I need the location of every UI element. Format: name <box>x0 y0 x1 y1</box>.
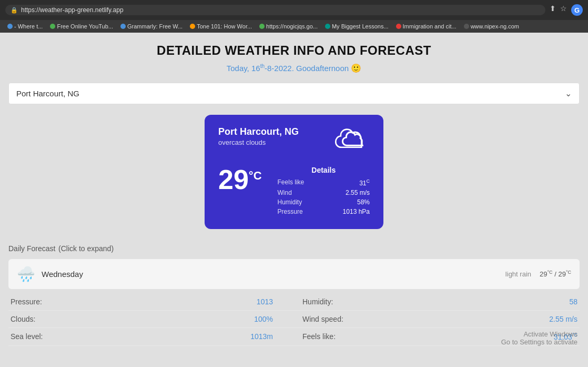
bookmark-favicon <box>325 24 330 29</box>
bookmark-label: www.nipex-ng.com <box>471 23 519 29</box>
location-text: Port Harcourt, NG <box>16 89 79 98</box>
bookmark-item-bm7[interactable]: Immigration and cit... <box>393 22 460 31</box>
details-panel: Details Feels like 31C Wind 2.55 m/s Hum… <box>278 166 370 217</box>
humidity-label: Humidity <box>278 199 302 206</box>
greeting-text: afternoon <box>316 64 349 73</box>
pressure-value: 1013 hPa <box>343 208 370 215</box>
bookmark-favicon <box>120 24 126 29</box>
feels-like-value: 31C <box>359 178 370 187</box>
forecast-title: Daily Forecast <box>8 244 55 253</box>
daily-forecast-section: Daily Forecast (Click to expand) 🌧️ Wedn… <box>8 242 580 289</box>
bookmark-label: My Biggest Lessons... <box>332 23 389 29</box>
forecast-subtext: (Click to expand) <box>58 244 114 253</box>
share-icon[interactable]: ⬆ <box>550 4 556 16</box>
bookmark-item-bm1[interactable]: - Where t... <box>4 22 46 31</box>
date-text: Today, 16th-8-2022. Goodafternoon 🙂 <box>227 64 362 73</box>
page-title: DETAILED WEATHER INFO AND FORECAST <box>8 43 580 58</box>
bookmark-item-bm5[interactable]: https://nogicjqs.go... <box>256 22 321 31</box>
address-bar[interactable]: 🔒 https://weather-app-green.netlify.app <box>5 5 545 15</box>
bookmark-favicon <box>259 24 265 29</box>
clouds-detail-label: Clouds: <box>11 315 35 323</box>
humidity-row: Humidity 58% <box>278 199 370 206</box>
forecast-day: Wednesday <box>42 270 83 279</box>
bookmark-label: - Where t... <box>14 23 43 29</box>
bookmark-item-bm8[interactable]: www.nipex-ng.com <box>461 22 522 31</box>
browser-actions: ⬆ ☆ G <box>550 4 583 16</box>
pressure-row: Pressure 1013 hPa <box>278 208 370 215</box>
clouds-detail-value: 100% <box>254 315 273 323</box>
temp-unit: °C <box>249 170 262 182</box>
wind-value: 2.55 m/s <box>346 189 370 196</box>
pressure-label: Pressure <box>278 208 303 215</box>
sea-level-label: Sea level: <box>11 332 43 341</box>
forecast-row-wednesday[interactable]: 🌧️ Wednesday light rain 29°C / 29°C <box>8 259 580 289</box>
temp-low: 29 <box>540 271 547 279</box>
card-condition: overcast clouds <box>218 138 299 146</box>
clouds-detail: Clouds: 100% <box>8 311 294 328</box>
browser-chrome: 🔒 https://weather-app-green.netlify.app … <box>0 0 588 20</box>
lock-icon: 🔒 <box>11 7 18 14</box>
wind-speed-detail: Wind speed: 2.55 m/s <box>294 311 580 328</box>
humidity-detail-value: 58 <box>569 297 577 306</box>
bookmark-label: Immigration and cit... <box>403 23 457 29</box>
date-greeting: Today, 16th-8-2022. Goodafternoon 🙂 <box>8 63 580 73</box>
bookmark-label: https://nogicjqs.go... <box>266 23 318 29</box>
wind-speed-value: 2.55 m/s <box>549 315 577 323</box>
wind-label: Wind <box>278 189 292 196</box>
temp-high: 29 <box>558 271 565 279</box>
forecast-temps: 29°C / 29°C <box>540 270 571 278</box>
weather-card: Port Harcourt, NG overcast clouds 29 °C … <box>205 115 383 229</box>
bookmark-label: Tone 101: How Wor... <box>197 23 252 29</box>
temp-value: 29 <box>218 166 249 193</box>
bookmark-label: Grammarly: Free W... <box>127 23 183 29</box>
pressure-detail: Pressure: 1013 <box>8 293 294 311</box>
humidity-detail: Humidity: 58 <box>294 293 580 311</box>
bookmark-item-bm6[interactable]: My Biggest Lessons... <box>322 22 392 31</box>
extra-details-grid: Pressure: 1013 Humidity: 58 Clouds: 100%… <box>8 293 580 346</box>
forecast-left: 🌧️ Wednesday <box>17 265 83 283</box>
wind-speed-label: Wind speed: <box>302 315 343 323</box>
humidity-value: 58% <box>357 199 370 206</box>
profile-icon[interactable]: G <box>571 4 583 16</box>
weather-card-bottom: 29 °C Details Feels like 31C Wind 2.55 m… <box>218 166 370 217</box>
feels-like-detail-label: Feels like: <box>302 332 336 341</box>
bookmark-favicon <box>190 24 195 29</box>
card-city: Port Harcourt, NG <box>218 126 299 137</box>
feels-like-detail-value: 31.03°C <box>554 332 577 341</box>
star-icon[interactable]: ☆ <box>560 4 567 16</box>
bookmark-favicon <box>7 24 13 29</box>
weather-card-top: Port Harcourt, NG overcast clouds <box>218 126 370 157</box>
location-bar[interactable]: Port Harcourt, NG ⌄ <box>8 83 580 104</box>
feels-like-label: Feels like <box>278 178 305 187</box>
humidity-detail-label: Humidity: <box>302 297 333 306</box>
bookmark-favicon <box>396 24 401 29</box>
sea-level-detail: Sea level: 1013m <box>8 328 294 346</box>
forecast-right: light rain 29°C / 29°C <box>505 270 571 278</box>
sea-level-value: 1013m <box>250 332 273 341</box>
url-text: https://weather-app-green.netlify.app <box>21 6 124 14</box>
cloud-weather-icon <box>333 126 370 157</box>
pressure-detail-value: 1013 <box>257 297 273 306</box>
temperature-display: 29 °C <box>218 166 262 193</box>
greeting-emoji: 🙂 <box>351 64 361 73</box>
app-content: DETAILED WEATHER INFO AND FORECAST Today… <box>0 33 588 367</box>
dropdown-chevron-icon[interactable]: ⌄ <box>565 88 572 98</box>
bookmark-favicon <box>50 24 55 29</box>
bookmark-item-bm2[interactable]: Free Online YouTub... <box>47 22 116 31</box>
forecast-condition: light rain <box>505 270 531 278</box>
bookmark-item-bm4[interactable]: Tone 101: How Wor... <box>187 22 255 31</box>
card-location-info: Port Harcourt, NG overcast clouds <box>218 126 299 146</box>
wind-row: Wind 2.55 m/s <box>278 189 370 196</box>
details-title: Details <box>278 166 370 174</box>
bookmark-label: Free Online YouTub... <box>57 23 113 29</box>
bookmark-item-bm3[interactable]: Grammarly: Free W... <box>117 22 186 31</box>
pressure-detail-label: Pressure: <box>11 297 42 306</box>
forecast-weather-icon: 🌧️ <box>17 265 35 283</box>
feels-like-row: Feels like 31C <box>278 178 370 187</box>
bookmark-favicon <box>464 24 469 29</box>
feels-like-detail: Feels like: 31.03°C <box>294 328 580 346</box>
daily-forecast-header: Daily Forecast (Click to expand) <box>8 242 580 254</box>
bookmarks-bar: - Where t...Free Online YouTub...Grammar… <box>0 20 588 33</box>
